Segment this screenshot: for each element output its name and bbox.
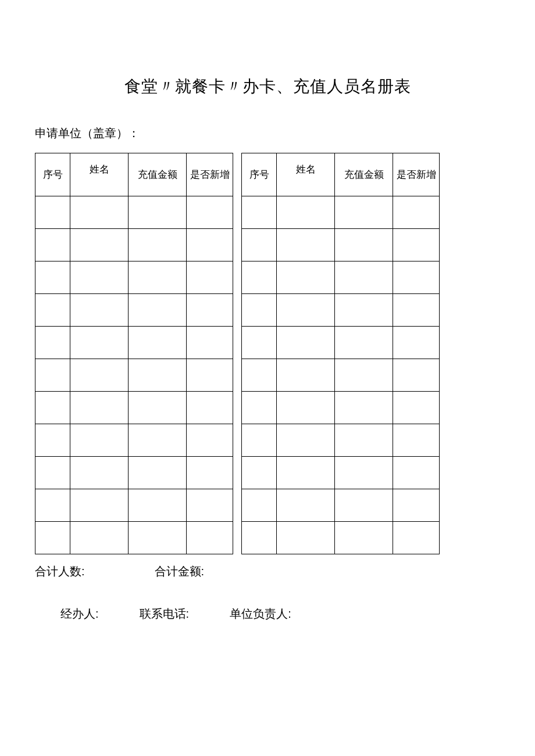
cell-is_new[interactable] — [187, 359, 233, 392]
table-row — [242, 359, 440, 392]
cell-is_new[interactable] — [187, 392, 233, 424]
cell-name[interactable] — [277, 196, 335, 229]
cell-name[interactable] — [70, 522, 129, 554]
cell-name[interactable] — [277, 424, 335, 457]
cell-is_new[interactable] — [187, 327, 233, 359]
cell-amount[interactable] — [335, 294, 393, 327]
cell-amount[interactable] — [129, 424, 187, 457]
manager-label: 单位负责人: — [230, 606, 291, 622]
cell-amount[interactable] — [129, 392, 187, 424]
cell-seq[interactable] — [242, 489, 277, 522]
cell-seq[interactable] — [242, 424, 277, 457]
cell-name[interactable] — [277, 392, 335, 424]
cell-name[interactable] — [70, 424, 129, 457]
cell-amount[interactable] — [335, 424, 393, 457]
header-amount: 充值金额 — [129, 153, 187, 196]
cell-is_new[interactable] — [393, 294, 440, 327]
cell-amount[interactable] — [335, 196, 393, 229]
cell-seq[interactable] — [35, 522, 70, 554]
table-row — [242, 196, 440, 229]
cell-seq[interactable] — [35, 229, 70, 261]
cell-name[interactable] — [70, 457, 129, 489]
cell-is_new[interactable] — [393, 196, 440, 229]
cell-name[interactable] — [277, 327, 335, 359]
cell-name[interactable] — [70, 392, 129, 424]
cell-name[interactable] — [277, 229, 335, 261]
cell-is_new[interactable] — [393, 229, 440, 261]
cell-amount[interactable] — [335, 457, 393, 489]
cell-amount[interactable] — [335, 522, 393, 554]
cell-is_new[interactable] — [393, 261, 440, 294]
cell-is_new[interactable] — [393, 457, 440, 489]
cell-seq[interactable] — [35, 261, 70, 294]
cell-name[interactable] — [277, 522, 335, 554]
cell-name[interactable] — [277, 489, 335, 522]
cell-is_new[interactable] — [393, 489, 440, 522]
cell-is_new[interactable] — [393, 359, 440, 392]
cell-is_new[interactable] — [393, 424, 440, 457]
cell-is_new[interactable] — [187, 294, 233, 327]
cell-is_new[interactable] — [187, 424, 233, 457]
cell-amount[interactable] — [129, 196, 187, 229]
cell-amount[interactable] — [335, 327, 393, 359]
table-row — [35, 261, 233, 294]
cell-seq[interactable] — [242, 327, 277, 359]
cell-seq[interactable] — [35, 359, 70, 392]
cell-amount[interactable] — [129, 327, 187, 359]
cell-seq[interactable] — [242, 229, 277, 261]
cell-name[interactable] — [70, 327, 129, 359]
table-row — [242, 424, 440, 457]
cell-name[interactable] — [70, 294, 129, 327]
cell-seq[interactable] — [35, 424, 70, 457]
cell-is_new[interactable] — [187, 522, 233, 554]
cell-amount[interactable] — [335, 359, 393, 392]
cell-seq[interactable] — [242, 294, 277, 327]
cell-seq[interactable] — [35, 327, 70, 359]
cell-amount[interactable] — [129, 294, 187, 327]
cell-amount[interactable] — [129, 489, 187, 522]
cell-amount[interactable] — [335, 489, 393, 522]
cell-seq[interactable] — [35, 196, 70, 229]
applicant-unit-label: 申请单位（盖章）： — [35, 126, 500, 141]
cell-seq[interactable] — [242, 522, 277, 554]
cell-is_new[interactable] — [393, 392, 440, 424]
cell-amount[interactable] — [129, 261, 187, 294]
cell-is_new[interactable] — [187, 261, 233, 294]
cell-is_new[interactable] — [393, 327, 440, 359]
cell-seq[interactable] — [35, 457, 70, 489]
cell-name[interactable] — [70, 489, 129, 522]
cell-amount[interactable] — [335, 229, 393, 261]
table-row — [35, 229, 233, 261]
cell-is_new[interactable] — [187, 229, 233, 261]
cell-is_new[interactable] — [187, 196, 233, 229]
cell-name[interactable] — [70, 196, 129, 229]
cell-is_new[interactable] — [187, 489, 233, 522]
cell-amount[interactable] — [335, 261, 393, 294]
left-table: 序号 姓名 充值金额 是否新增 — [35, 153, 233, 554]
cell-seq[interactable] — [35, 294, 70, 327]
cell-amount[interactable] — [335, 392, 393, 424]
cell-name[interactable] — [277, 457, 335, 489]
cell-seq[interactable] — [242, 261, 277, 294]
cell-name[interactable] — [277, 261, 335, 294]
cell-is_new[interactable] — [187, 457, 233, 489]
cell-name[interactable] — [70, 229, 129, 261]
cell-name[interactable] — [70, 261, 129, 294]
table-header-row: 序号 姓名 充值金额 是否新增 — [242, 153, 440, 196]
cell-name[interactable] — [70, 359, 129, 392]
cell-name[interactable] — [277, 359, 335, 392]
table-row — [242, 522, 440, 554]
cell-amount[interactable] — [129, 457, 187, 489]
cell-name[interactable] — [277, 294, 335, 327]
cell-amount[interactable] — [129, 229, 187, 261]
cell-seq[interactable] — [35, 392, 70, 424]
header-seq: 序号 — [35, 153, 70, 196]
cell-seq[interactable] — [242, 392, 277, 424]
cell-amount[interactable] — [129, 359, 187, 392]
cell-seq[interactable] — [242, 457, 277, 489]
cell-is_new[interactable] — [393, 522, 440, 554]
cell-amount[interactable] — [129, 522, 187, 554]
cell-seq[interactable] — [242, 196, 277, 229]
cell-seq[interactable] — [242, 359, 277, 392]
cell-seq[interactable] — [35, 489, 70, 522]
